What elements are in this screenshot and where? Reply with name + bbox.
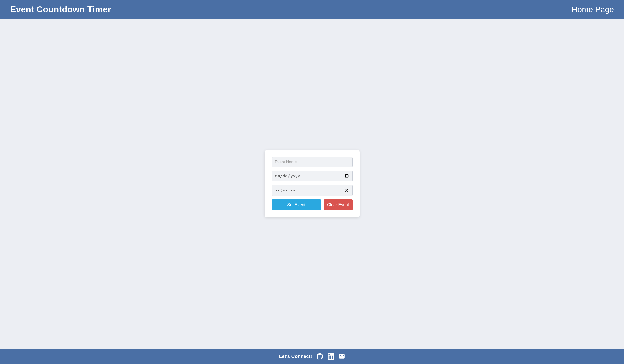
app-footer: Let's Connect! [0,349,624,364]
footer-connect-label: Let's Connect! [279,354,312,359]
event-name-input[interactable] [272,157,353,167]
email-icon[interactable] [339,353,345,360]
home-page-link[interactable]: Home Page [572,5,614,14]
event-form-card: Set Event Clear Event [265,150,360,218]
form-buttons: Set Event Clear Event [272,199,353,210]
main-content: Set Event Clear Event [0,19,624,349]
linkedin-icon[interactable] [328,353,334,360]
app-header: Event Countdown Timer Home Page [0,0,624,19]
event-time-input[interactable] [272,185,353,196]
event-date-input[interactable] [272,171,353,181]
github-icon[interactable] [317,353,323,360]
clear-event-button[interactable]: Clear Event [324,199,353,210]
app-title: Event Countdown Timer [10,4,111,14]
set-event-button[interactable]: Set Event [272,199,321,210]
